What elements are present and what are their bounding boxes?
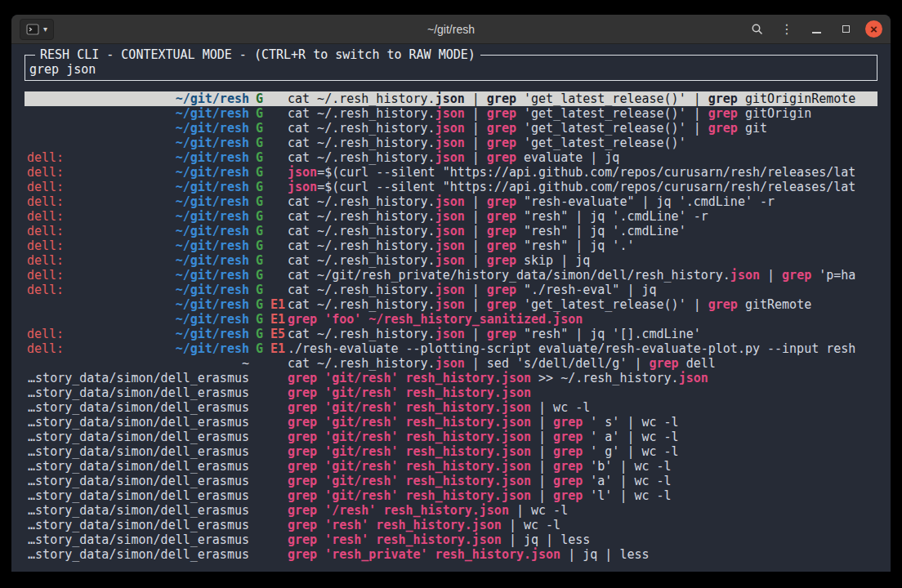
history-row[interactable]: dell:~/git/reshGcat ~/.resh_history.json… [25,150,877,165]
history-row[interactable]: ~/git/reshGcat ~/.resh_history.json | gr… [25,106,877,121]
query-match: grep [782,268,811,283]
history-row[interactable]: dell:~/git/reshGcat ~/.resh_history.json… [25,224,877,238]
host-label: dell: [27,150,64,165]
query-match: grep 'git/resh' resh_history.json [288,415,531,430]
close-button[interactable]: × [865,20,882,38]
history-row[interactable]: …story_data/simon/dell_erasmusgrep 'git/… [25,459,877,474]
history-row[interactable]: dell:~/git/reshGcat ~/.resh_history.json… [25,209,877,224]
directory-label: …story_data/simon/dell_erasmus [28,532,249,547]
query-match: json [435,194,465,209]
query-match: grep 'resh' resh_history.json [288,518,502,532]
command-text: cat ~/.resh_history.json | grep skip | j… [288,253,877,268]
history-row[interactable]: …story_data/simon/dell_erasmusgrep 'resh… [25,547,877,562]
history-row[interactable]: ~/git/reshGcat ~/.resh_history.json | gr… [25,136,877,150]
new-terminal-button[interactable]: ▾ [20,19,54,40]
minimize-icon [812,32,821,33]
query-match: grep [650,356,679,371]
host-label: dell: [27,268,64,283]
flag-G: G [256,283,263,297]
directory-label: ~/git/resh [176,150,249,165]
history-row[interactable]: ~/git/reshGcat ~/.resh_history.json | gr… [25,121,877,136]
history-row[interactable]: dell:~/git/reshGcat ~/.resh_history.json… [25,194,877,209]
query-match: grep [487,327,516,341]
history-row[interactable]: …story_data/simon/dell_erasmusgrep 'resh… [25,532,877,547]
query-match: grep 'git/resh' resh_history.json [288,385,531,400]
host-label: dell: [27,180,64,194]
history-row[interactable]: dell:~/git/reshG E1./resh-evaluate --plo… [25,341,877,356]
row-context: dell:~/git/resh [27,194,249,209]
history-row[interactable]: …story_data/simon/dell_erasmusgrep 'git/… [25,474,877,488]
menu-button[interactable]: ⋮ [777,20,797,39]
history-row[interactable]: ~/git/reshGcat ~/.resh_history.json | gr… [25,91,877,106]
restore-button[interactable] [836,20,855,39]
history-row[interactable]: dell:~/git/reshGcat ~/.resh_history.json… [25,253,877,268]
row-context: dell:~/git/resh [27,224,249,238]
status-flags: G [249,136,285,150]
directory-label: ~/git/resh [176,268,249,283]
query-match: grep 'resh_private' resh_history.json [288,547,560,562]
history-row[interactable]: …story_data/simon/dell_erasmusgrep 'git/… [25,444,877,459]
row-context: dell:~/git/resh [27,268,249,283]
query-match: json [288,165,317,180]
directory-label: ~/git/resh [176,327,249,341]
history-row[interactable]: ~/git/reshG E1cat ~/.resh_history.json |… [25,297,877,312]
command-text: cat ~/git/resh_private/history_data/simo… [288,268,877,283]
query-match: grep 'git/resh' resh_history.json [288,488,531,503]
command-text: grep 'git/resh' resh_history.json | grep… [288,488,877,503]
row-context: dell:~/git/resh [27,165,249,180]
row-context: dell:~/git/resh [27,238,249,253]
history-row[interactable]: ~cat ~/.resh_history.json | sed 's/dell/… [25,356,877,371]
search-query-input[interactable]: grep json [29,62,96,77]
history-row[interactable]: …story_data/simon/dell_erasmusgrep 'git/… [25,400,877,415]
history-list: ~/git/reshGcat ~/.resh_history.json | gr… [11,91,891,562]
query-match: grep [708,121,738,136]
host-label: dell: [27,209,64,224]
row-context: …story_data/simon/dell_erasmus [27,518,249,532]
command-text: grep 'git/resh' resh_history.json [288,385,877,400]
row-context: ~/git/resh [27,91,249,106]
history-row[interactable]: …story_data/simon/dell_erasmusgrep 'git/… [25,430,877,444]
status-flags: G [249,121,285,136]
directory-label: …story_data/simon/dell_erasmus [28,444,249,459]
search-button[interactable] [748,20,767,39]
history-row[interactable]: dell:~/git/reshGjson=$(curl --silent "ht… [25,165,877,180]
titlebar: ▾ ~/git/resh ⋮ × [11,15,891,44]
row-context: …story_data/simon/dell_erasmus [27,444,249,459]
history-row[interactable]: dell:~/git/reshGcat ~/git/resh_private/h… [25,268,877,283]
history-row[interactable]: …story_data/simon/dell_erasmusgrep 'git/… [25,371,877,385]
minimize-button[interactable] [806,20,826,39]
directory-label: ~/git/resh [176,209,249,224]
history-row[interactable]: …story_data/simon/dell_erasmusgrep '/res… [25,503,877,518]
query-match: grep 'git/resh' resh_history.json [288,430,531,444]
history-row[interactable]: ~/git/reshG E1grep 'foo' ~/resh_history_… [25,312,877,327]
flag-G: G [256,341,263,356]
history-row[interactable]: …story_data/simon/dell_erasmusgrep 'resh… [25,518,877,532]
status-flags [249,430,285,444]
query-match: json [288,180,317,194]
host-label: dell: [27,194,64,209]
history-row[interactable]: dell:~/git/reshGcat ~/.resh_history.json… [25,238,877,253]
status-flags [249,547,285,562]
host-label: dell: [27,341,64,356]
directory-label: …story_data/simon/dell_erasmus [28,518,249,532]
history-row[interactable]: dell:~/git/reshGcat ~/.resh_history.json… [25,283,877,297]
query-match: json [435,150,465,165]
query-match: json [679,371,708,385]
directory-label: ~/git/resh [176,297,249,312]
history-row[interactable]: dell:~/git/reshG E5cat ~/.resh_history.j… [25,327,877,341]
resh-header-box: RESH CLI - CONTEXTUAL MODE - (CTRL+R to … [25,55,877,81]
row-context: …story_data/simon/dell_erasmus [27,385,249,400]
query-match: json [435,121,465,136]
flag-G: G [256,136,263,150]
status-flags: G [249,194,285,209]
history-row[interactable]: …story_data/simon/dell_erasmusgrep 'git/… [25,488,877,503]
directory-label: ~/git/resh [176,136,249,150]
row-context: ~/git/resh [27,312,249,327]
history-row[interactable]: …story_data/simon/dell_erasmusgrep 'git/… [25,415,877,430]
row-context: dell:~/git/resh [27,253,249,268]
flag-E5: E5 [270,327,285,341]
history-row[interactable]: …story_data/simon/dell_erasmusgrep 'git/… [25,385,877,400]
flag-E1: E1 [270,341,285,356]
history-row[interactable]: dell:~/git/reshGjson=$(curl --silent "ht… [25,180,877,194]
query-match: grep [487,238,516,253]
